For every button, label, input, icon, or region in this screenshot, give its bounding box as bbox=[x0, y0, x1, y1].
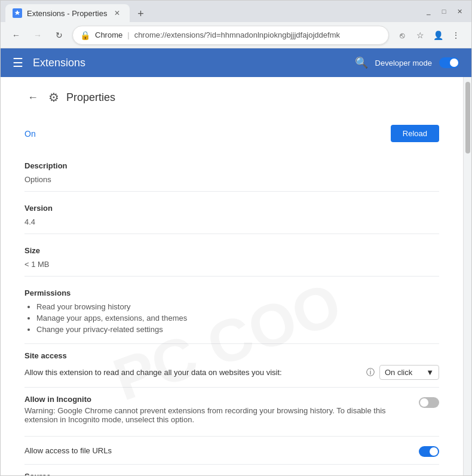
site-access-description: Allow this extension to read and change … bbox=[24, 368, 361, 377]
search-icon[interactable]: 🔍 bbox=[355, 56, 368, 69]
help-icon[interactable]: ⓘ bbox=[366, 367, 375, 378]
status-on-label[interactable]: On bbox=[24, 129, 36, 139]
reload-extension-button[interactable]: Reload bbox=[391, 125, 439, 142]
site-access-section: Site access Allow this extension to read… bbox=[24, 344, 439, 388]
close-button[interactable]: ✕ bbox=[452, 4, 467, 19]
extensions-header: ☰ Extensions 🔍 Developer mode bbox=[1, 48, 471, 77]
permissions-label: Permissions bbox=[24, 288, 439, 297]
back-button[interactable]: ← bbox=[8, 27, 24, 44]
minimize-button[interactable]: ⎯ bbox=[421, 4, 436, 19]
permission-item: Change your privacy-related settings bbox=[36, 325, 439, 334]
share-icon[interactable]: ⎋ bbox=[394, 27, 410, 44]
description-label: Description bbox=[24, 154, 439, 173]
gear-icon: ⚙ bbox=[48, 90, 59, 105]
source-label: Source bbox=[24, 472, 439, 475]
tab-favicon bbox=[13, 8, 22, 18]
scrollbar-track[interactable] bbox=[463, 77, 471, 475]
size-label: Size bbox=[24, 239, 439, 257]
dropdown-chevron-icon: ▼ bbox=[426, 368, 434, 377]
permissions-section: Permissions Read your browsing history M… bbox=[24, 281, 439, 344]
omnibox-site: Chrome bbox=[95, 30, 122, 39]
omnibox-separator: | bbox=[127, 30, 129, 39]
menu-icon[interactable]: ⋮ bbox=[448, 27, 464, 44]
security-icon: 🔒 bbox=[80, 30, 90, 40]
source-section: Source Unpacked extension Loaded from: ~… bbox=[24, 465, 439, 475]
tab-close-button[interactable]: ✕ bbox=[112, 8, 122, 19]
omnibox-url: chrome://extensions/?id=hhmnadonlnpiokng… bbox=[134, 30, 340, 39]
title-bar: Extensions - Properties ✕ + ⎯ □ ✕ bbox=[1, 1, 471, 22]
properties-page: ← ⚙ Properties On Reload Description Opt… bbox=[1, 77, 463, 475]
site-access-dropdown[interactable]: On click ▼ bbox=[379, 365, 439, 380]
incognito-text: Allow in Incognito Warning: Google Chrom… bbox=[24, 395, 419, 429]
status-row: On Reload bbox=[24, 125, 439, 142]
toolbar-icons: ⎋ ☆ 👤 ⋮ bbox=[394, 27, 464, 44]
file-urls-toggle[interactable] bbox=[419, 446, 439, 457]
forward-button[interactable]: → bbox=[29, 27, 46, 44]
site-access-label: Site access bbox=[24, 351, 439, 360]
new-tab-button[interactable]: + bbox=[132, 5, 149, 22]
developer-mode-label: Developer mode bbox=[375, 59, 432, 67]
incognito-toggle[interactable] bbox=[419, 397, 439, 408]
file-urls-section: Allow access to file URLs bbox=[24, 437, 439, 465]
main-content: PC COO ← ⚙ Properties On Reload bbox=[1, 77, 463, 475]
description-value: Options bbox=[24, 175, 439, 192]
address-bar: ← → ↻ 🔒 Chrome | chrome://extensions/?id… bbox=[1, 22, 471, 48]
bookmark-icon[interactable]: ☆ bbox=[412, 27, 428, 44]
description-section: Description Options bbox=[24, 154, 439, 192]
omnibox[interactable]: 🔒 Chrome | chrome://extensions/?id=hhmna… bbox=[72, 26, 389, 45]
tab-area: Extensions - Properties ✕ + bbox=[5, 1, 416, 22]
incognito-section: Allow in Incognito Warning: Google Chrom… bbox=[24, 388, 439, 437]
incognito-description: Warning: Google Chrome cannot prevent ex… bbox=[24, 406, 409, 424]
profile-icon[interactable]: 👤 bbox=[430, 27, 446, 44]
hamburger-menu-icon[interactable]: ☰ bbox=[13, 56, 23, 70]
permission-item: Manage your apps, extensions, and themes bbox=[36, 314, 439, 323]
file-urls-label: Allow access to file URLs bbox=[24, 446, 112, 455]
browser-window: Extensions - Properties ✕ + ⎯ □ ✕ ← → ↻ … bbox=[0, 0, 472, 476]
size-section: Size < 1 MB bbox=[24, 239, 439, 277]
back-button[interactable]: ← bbox=[24, 89, 41, 106]
permission-item: Read your browsing history bbox=[36, 302, 439, 311]
page-title: Properties bbox=[66, 91, 115, 104]
version-section: Version 4.4 bbox=[24, 196, 439, 234]
version-value: 4.4 bbox=[24, 217, 439, 234]
site-access-dropdown-value: On click bbox=[385, 368, 412, 377]
size-value: < 1 MB bbox=[24, 260, 439, 277]
site-access-row: Allow this extension to read and change … bbox=[24, 365, 439, 380]
properties-header: ← ⚙ Properties bbox=[24, 89, 439, 110]
developer-mode-toggle[interactable] bbox=[439, 57, 459, 68]
maximize-button[interactable]: □ bbox=[437, 4, 451, 19]
tab-title: Extensions - Properties bbox=[27, 9, 107, 18]
active-tab[interactable]: Extensions - Properties ✕ bbox=[5, 4, 130, 22]
incognito-row: Allow in Incognito Warning: Google Chrom… bbox=[24, 395, 439, 429]
scrollbar-thumb[interactable] bbox=[465, 82, 470, 153]
content-area: PC COO ← ⚙ Properties On Reload bbox=[1, 77, 471, 475]
header-right: 🔍 Developer mode bbox=[355, 56, 459, 69]
permissions-list: Read your browsing history Manage your a… bbox=[24, 302, 439, 334]
window-controls: ⎯ □ ✕ bbox=[421, 4, 467, 19]
version-label: Version bbox=[24, 196, 439, 215]
reload-button[interactable]: ↻ bbox=[51, 27, 68, 44]
incognito-label: Allow in Incognito bbox=[24, 395, 409, 404]
extensions-title: Extensions bbox=[33, 57, 355, 69]
